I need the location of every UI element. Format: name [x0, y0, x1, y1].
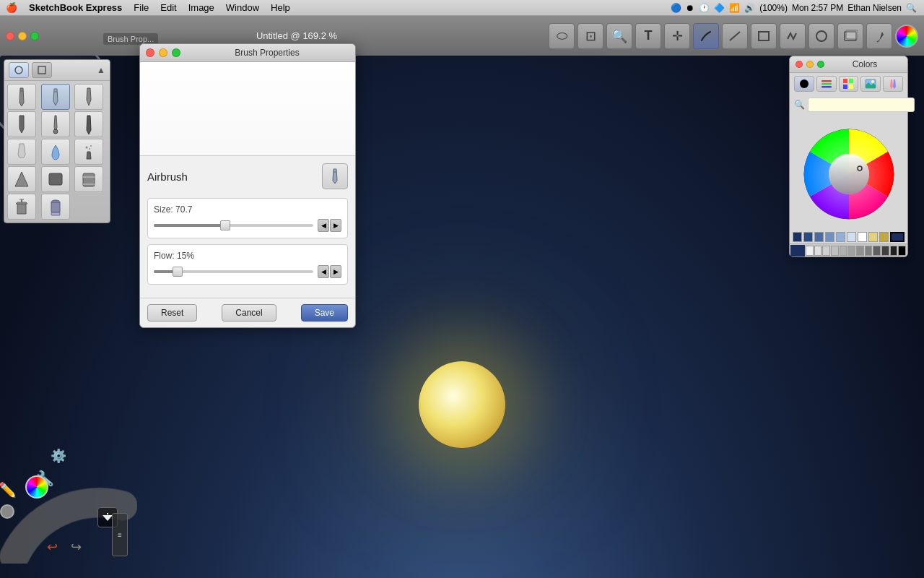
circle-tool[interactable] — [808, 23, 834, 49]
radial-settings-icon[interactable]: ⚙️ — [51, 448, 66, 464]
current-color-swatch[interactable] — [790, 245, 805, 256]
round-brush-icon[interactable] — [41, 111, 70, 137]
rectangle-tool[interactable] — [751, 23, 777, 49]
layers-tool[interactable] — [837, 23, 863, 49]
barrel-icon[interactable] — [74, 166, 103, 192]
quick-swatch-8[interactable] — [865, 246, 873, 256]
colors-close[interactable] — [796, 61, 803, 68]
quick-swatch-11[interactable] — [890, 246, 898, 256]
menu-edit[interactable]: Edit — [154, 2, 182, 13]
colors-minimize[interactable] — [806, 61, 814, 68]
color-wheel-tool[interactable] — [895, 25, 918, 48]
swatch-4[interactable] — [825, 232, 834, 242]
zigzag-tool[interactable] — [780, 23, 806, 49]
palette-header: ▲ — [4, 60, 110, 81]
swatch-selected[interactable] — [890, 232, 905, 242]
zoom-tool[interactable]: 🔍 — [606, 23, 632, 49]
flow-increment[interactable]: ▶ — [330, 265, 341, 278]
app-name[interactable]: SketchBook Express — [23, 2, 128, 13]
eraser-soft-icon[interactable] — [7, 139, 36, 165]
size-decrement[interactable]: ◀ — [318, 219, 329, 232]
lasso-tool[interactable]: ⬭ — [549, 23, 575, 49]
menu-file[interactable]: File — [128, 2, 154, 13]
marker-tool-icon[interactable] — [74, 84, 103, 110]
window-close[interactable] — [6, 32, 14, 40]
swatch-7[interactable] — [858, 232, 867, 242]
brush-properties-dialog: Brush Properties Airbrush Size: 70.7 — [139, 43, 356, 328]
menu-search-icon[interactable]: 🔍 — [906, 3, 917, 13]
swatch-8[interactable] — [868, 232, 878, 242]
color-mode-image[interactable] — [860, 76, 881, 92]
swatch-5[interactable] — [836, 232, 845, 242]
menu-image[interactable]: Image — [183, 2, 220, 13]
straight-line-tool[interactable] — [722, 23, 748, 49]
pencil-tool-icon[interactable] — [7, 84, 36, 110]
triangle-tool-icon[interactable] — [7, 166, 36, 192]
pencil-line-tool[interactable] — [693, 23, 719, 49]
flow-param-row: Flow: 15% ◀ ▶ — [147, 244, 348, 285]
text-tool[interactable]: T — [635, 23, 661, 49]
reset-button[interactable]: Reset — [147, 304, 197, 322]
menu-window[interactable]: Window — [220, 2, 265, 13]
size-increment[interactable]: ▶ — [330, 219, 341, 232]
apple-menu[interactable]: 🍎 — [0, 2, 23, 13]
quick-swatch-12[interactable] — [898, 246, 906, 256]
menu-record-icon: ⏺ — [686, 3, 694, 13]
canvas-area[interactable] — [0, 16, 924, 578]
quick-swatch-4[interactable] — [831, 246, 839, 256]
ink-tool-icon[interactable] — [74, 111, 103, 137]
radial-redo-button[interactable]: ↪ — [71, 539, 82, 555]
menu-help[interactable]: Help — [265, 2, 296, 13]
radial-color-wheel[interactable] — [25, 475, 48, 499]
color-wheel-area[interactable] — [790, 115, 907, 229]
flow-decrement[interactable]: ◀ — [318, 265, 329, 278]
quick-swatch-5[interactable] — [840, 246, 847, 256]
color-mode-palette[interactable] — [839, 76, 859, 92]
radial-brush-dot[interactable] — [0, 504, 14, 519]
radial-airbrush-icon[interactable]: ✏️ — [0, 481, 17, 499]
color-mode-wheel[interactable] — [794, 76, 814, 92]
size-slider-track[interactable] — [154, 224, 313, 227]
quick-swatch-6[interactable] — [847, 246, 855, 256]
quick-swatch-2[interactable] — [814, 246, 822, 256]
radial-panel-button[interactable]: ≡ — [112, 513, 128, 556]
brush-icon-button[interactable] — [322, 163, 348, 189]
quick-swatch-10[interactable] — [881, 246, 889, 256]
swatch-9[interactable] — [879, 232, 889, 242]
palette-tab-brush[interactable] — [9, 62, 29, 78]
dialog-minimize[interactable] — [159, 48, 167, 57]
palette-tab-shapes[interactable] — [32, 62, 52, 78]
dialog-zoom[interactable] — [172, 48, 180, 57]
save-button[interactable]: Save — [301, 304, 348, 322]
quick-swatch-9[interactable] — [873, 246, 881, 256]
quick-swatch-3[interactable] — [822, 246, 830, 256]
quick-swatch-1[interactable] — [806, 246, 814, 256]
dialog-close[interactable] — [146, 48, 154, 57]
quick-swatch-7[interactable] — [856, 246, 864, 256]
swatch-1[interactable] — [793, 232, 802, 242]
spray-tool-icon[interactable] — [74, 139, 103, 165]
square-fill-icon[interactable] — [41, 166, 70, 192]
pen-tool[interactable] — [866, 23, 892, 49]
chisel-tool-icon[interactable] — [7, 111, 36, 137]
swatch-6[interactable] — [847, 232, 856, 242]
window-maximize[interactable] — [30, 32, 39, 40]
colors-zoom[interactable] — [817, 61, 824, 68]
flow-slider-track[interactable] — [154, 270, 313, 273]
color-mode-crayons[interactable] — [883, 76, 903, 92]
swatch-3[interactable] — [814, 232, 824, 242]
move-tool[interactable]: ✛ — [664, 23, 690, 49]
airbrush-tool-icon[interactable] — [41, 84, 70, 110]
radial-undo-button[interactable]: ↩ — [47, 539, 58, 555]
color-mode-sliders[interactable] — [816, 76, 837, 92]
window-minimize[interactable] — [18, 32, 27, 40]
color-wheel-svg[interactable] — [798, 118, 899, 226]
tube-icon[interactable] — [41, 194, 70, 220]
palette-up-button[interactable]: ▲ — [97, 65, 105, 75]
color-search-input[interactable] — [808, 98, 915, 112]
swatch-2[interactable] — [803, 232, 813, 242]
bucket-tool-icon[interactable] — [7, 194, 36, 220]
drop-tool-icon[interactable] — [41, 139, 70, 165]
cancel-button[interactable]: Cancel — [222, 304, 276, 322]
crop-tool[interactable]: ⊡ — [578, 23, 603, 49]
